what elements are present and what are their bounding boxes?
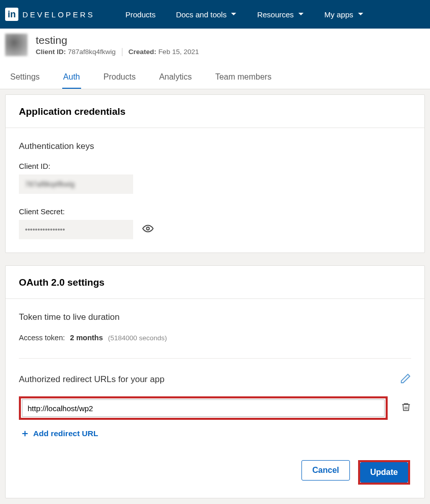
nav-resources-label: Resources: [257, 10, 294, 19]
top-nav: in DEVELOPERS Products Docs and tools Re…: [0, 0, 430, 29]
tab-auth[interactable]: Auth: [62, 68, 81, 89]
brand-word: DEVELOPERS: [22, 10, 95, 19]
add-redirect-url[interactable]: Add redirect URL: [21, 429, 98, 438]
tab-analytics[interactable]: Analytics: [158, 68, 193, 89]
card-oauth: OAuth 2.0 settings Token time to live du…: [5, 265, 425, 498]
app-header: testing Client ID: 787af8kq4fkwig Create…: [0, 29, 430, 89]
nav-resources[interactable]: Resources: [257, 10, 304, 19]
svg-point-0: [146, 227, 149, 230]
linkedin-logo-icon: in: [5, 8, 18, 21]
add-redirect-url-label: Add redirect URL: [33, 429, 98, 438]
meta-divider: [122, 48, 122, 56]
tab-products[interactable]: Products: [103, 68, 137, 89]
nav-myapps[interactable]: My apps: [324, 10, 364, 19]
redirect-url-highlight: [19, 396, 388, 420]
client-id-masked: 787af8kq4fkwig: [25, 180, 74, 188]
client-secret-masked: ••••••••••••••••: [25, 225, 65, 234]
trash-icon[interactable]: [401, 401, 411, 415]
access-token-row: Access token: 2 months (5184000 seconds): [19, 334, 411, 342]
redirect-url-input[interactable]: [22, 399, 385, 417]
tab-bar: Settings Auth Products Analytics Team me…: [5, 63, 425, 89]
chevron-down-icon: [358, 12, 364, 16]
client-id-label: Client ID:: [36, 48, 66, 56]
card-credentials: Application credentials Authentication k…: [5, 94, 425, 253]
pencil-icon[interactable]: [400, 373, 411, 386]
nav-docs[interactable]: Docs and tools: [176, 10, 237, 19]
token-ttl-title: Token time to live duration: [19, 312, 411, 322]
nav-products[interactable]: Products: [125, 10, 156, 19]
created-label: Created:: [129, 48, 157, 56]
access-token-value: 2 months: [70, 334, 103, 342]
app-avatar: [5, 34, 28, 56]
access-token-hint: (5184000 seconds): [108, 334, 167, 342]
nav-docs-label: Docs and tools: [176, 10, 226, 19]
card-oauth-title: OAuth 2.0 settings: [6, 266, 424, 299]
redirect-urls-title: Authorized redirect URLs for your app: [19, 374, 164, 385]
chevron-down-icon: [298, 12, 304, 16]
cancel-button[interactable]: Cancel: [301, 460, 349, 481]
tab-settings[interactable]: Settings: [9, 68, 41, 89]
auth-keys-title: Authentication keys: [19, 141, 411, 152]
client-id-value: 787af8kq4fkwig: [68, 48, 116, 56]
created-value: Feb 15, 2021: [158, 48, 199, 56]
update-button-highlight: Update: [358, 460, 410, 485]
app-meta: Client ID: 787af8kq4fkwig Created: Feb 1…: [36, 48, 199, 56]
access-token-label: Access token:: [19, 334, 65, 342]
card-credentials-title: Application credentials: [6, 95, 424, 128]
eye-icon[interactable]: [142, 223, 154, 236]
client-id-field-label: Client ID:: [19, 162, 411, 170]
update-button[interactable]: Update: [360, 462, 408, 483]
client-id-box: 787af8kq4fkwig: [19, 174, 133, 194]
section-divider: [19, 358, 411, 359]
app-title: testing: [36, 34, 199, 46]
tab-team[interactable]: Team members: [214, 68, 272, 89]
nav-myapps-label: My apps: [324, 10, 353, 19]
client-secret-box: ••••••••••••••••: [19, 220, 133, 239]
chevron-down-icon: [231, 12, 237, 16]
client-secret-field-label: Client Secret:: [19, 207, 411, 216]
